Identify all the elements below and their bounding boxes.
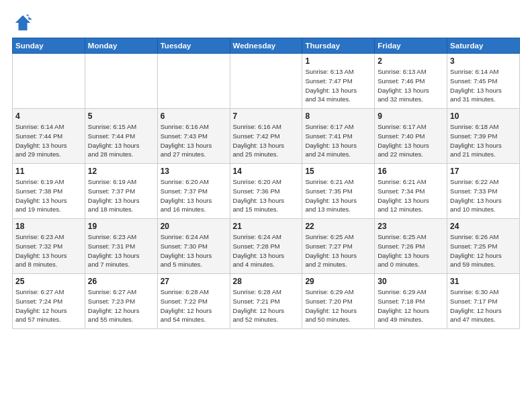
weekday-header: Sunday	[13, 38, 85, 54]
day-info: Sunrise: 6:28 AMSunset: 7:22 PMDaylight:…	[161, 287, 227, 324]
day-number: 28	[233, 277, 300, 286]
calendar-day-cell: 5Sunrise: 6:15 AMSunset: 7:44 PMDaylight…	[85, 109, 157, 164]
day-number: 18	[15, 222, 82, 231]
day-info: Sunrise: 6:14 AMSunset: 7:45 PMDaylight:…	[450, 67, 517, 104]
calendar-week-row: 25Sunrise: 6:27 AMSunset: 7:24 PMDayligh…	[13, 274, 520, 329]
weekday-header: Tuesday	[157, 38, 230, 54]
day-number: 9	[378, 111, 444, 121]
day-number: 26	[88, 277, 154, 286]
day-info: Sunrise: 6:13 AMSunset: 7:46 PMDaylight:…	[378, 67, 444, 104]
day-number: 4	[15, 111, 82, 121]
day-info: Sunrise: 6:21 AMSunset: 7:34 PMDaylight:…	[378, 177, 444, 214]
day-info: Sunrise: 6:28 AMSunset: 7:21 PMDaylight:…	[233, 287, 300, 324]
day-number: 27	[161, 277, 227, 286]
day-number: 19	[88, 222, 154, 231]
day-info: Sunrise: 6:19 AMSunset: 7:37 PMDaylight:…	[88, 177, 154, 214]
day-info: Sunrise: 6:24 AMSunset: 7:30 PMDaylight:…	[161, 232, 227, 269]
day-number: 5	[88, 111, 154, 121]
day-info: Sunrise: 6:18 AMSunset: 7:39 PMDaylight:…	[450, 122, 517, 159]
day-number: 20	[161, 222, 227, 231]
calendar-day-cell: 3Sunrise: 6:14 AMSunset: 7:45 PMDaylight…	[447, 54, 520, 109]
day-info: Sunrise: 6:29 AMSunset: 7:18 PMDaylight:…	[378, 287, 444, 324]
calendar-day-cell: 2Sunrise: 6:13 AMSunset: 7:46 PMDaylight…	[375, 54, 447, 109]
day-info: Sunrise: 6:30 AMSunset: 7:17 PMDaylight:…	[450, 287, 517, 324]
day-number: 13	[161, 167, 227, 176]
calendar-day-cell: 15Sunrise: 6:21 AMSunset: 7:35 PMDayligh…	[302, 164, 375, 219]
svg-marker-0	[15, 15, 30, 30]
day-number: 7	[233, 111, 300, 121]
calendar-day-cell: 9Sunrise: 6:17 AMSunset: 7:40 PMDaylight…	[375, 109, 447, 164]
day-number: 16	[378, 167, 444, 176]
day-info: Sunrise: 6:19 AMSunset: 7:38 PMDaylight:…	[15, 177, 82, 214]
day-info: Sunrise: 6:16 AMSunset: 7:43 PMDaylight:…	[161, 122, 227, 159]
calendar-week-row: 11Sunrise: 6:19 AMSunset: 7:38 PMDayligh…	[13, 164, 520, 219]
day-info: Sunrise: 6:22 AMSunset: 7:33 PMDaylight:…	[450, 177, 517, 214]
day-number: 15	[305, 167, 371, 176]
weekday-header: Thursday	[302, 38, 375, 54]
calendar-day-cell: 19Sunrise: 6:23 AMSunset: 7:31 PMDayligh…	[85, 219, 157, 274]
day-number: 11	[15, 167, 82, 176]
calendar-day-cell	[85, 54, 157, 109]
day-number: 14	[233, 167, 300, 176]
day-info: Sunrise: 6:20 AMSunset: 7:36 PMDaylight:…	[233, 177, 300, 214]
calendar-day-cell: 22Sunrise: 6:25 AMSunset: 7:27 PMDayligh…	[302, 219, 375, 274]
weekday-header: Monday	[85, 38, 157, 54]
day-number: 17	[450, 167, 517, 176]
day-info: Sunrise: 6:17 AMSunset: 7:41 PMDaylight:…	[305, 122, 371, 159]
day-info: Sunrise: 6:15 AMSunset: 7:44 PMDaylight:…	[88, 122, 154, 159]
day-number: 23	[378, 222, 444, 231]
calendar-day-cell: 6Sunrise: 6:16 AMSunset: 7:43 PMDaylight…	[157, 109, 230, 164]
day-info: Sunrise: 6:17 AMSunset: 7:40 PMDaylight:…	[378, 122, 444, 159]
day-number: 2	[378, 56, 444, 66]
day-info: Sunrise: 6:25 AMSunset: 7:27 PMDaylight:…	[305, 232, 371, 269]
day-number: 6	[161, 111, 227, 121]
calendar-table: SundayMondayTuesdayWednesdayThursdayFrid…	[12, 38, 520, 329]
day-info: Sunrise: 6:23 AMSunset: 7:31 PMDaylight:…	[88, 232, 154, 269]
calendar-week-row: 18Sunrise: 6:23 AMSunset: 7:32 PMDayligh…	[13, 219, 520, 274]
calendar-day-cell: 28Sunrise: 6:28 AMSunset: 7:21 PMDayligh…	[230, 274, 302, 329]
calendar-day-cell: 31Sunrise: 6:30 AMSunset: 7:17 PMDayligh…	[447, 274, 520, 329]
calendar-header: SundayMondayTuesdayWednesdayThursdayFrid…	[13, 38, 520, 54]
day-info: Sunrise: 6:24 AMSunset: 7:28 PMDaylight:…	[233, 232, 300, 269]
weekday-header: Saturday	[447, 38, 520, 54]
day-info: Sunrise: 6:29 AMSunset: 7:20 PMDaylight:…	[305, 287, 371, 324]
day-info: Sunrise: 6:27 AMSunset: 7:23 PMDaylight:…	[88, 287, 154, 324]
day-info: Sunrise: 6:23 AMSunset: 7:32 PMDaylight:…	[15, 232, 82, 269]
calendar-day-cell: 10Sunrise: 6:18 AMSunset: 7:39 PMDayligh…	[447, 109, 520, 164]
day-info: Sunrise: 6:13 AMSunset: 7:47 PMDaylight:…	[305, 67, 371, 104]
calendar-day-cell: 23Sunrise: 6:25 AMSunset: 7:26 PMDayligh…	[375, 219, 447, 274]
calendar-day-cell: 25Sunrise: 6:27 AMSunset: 7:24 PMDayligh…	[13, 274, 85, 329]
calendar-day-cell: 7Sunrise: 6:16 AMSunset: 7:42 PMDaylight…	[230, 109, 302, 164]
calendar-day-cell: 8Sunrise: 6:17 AMSunset: 7:41 PMDaylight…	[302, 109, 375, 164]
calendar-day-cell: 14Sunrise: 6:20 AMSunset: 7:36 PMDayligh…	[230, 164, 302, 219]
calendar-day-cell: 24Sunrise: 6:26 AMSunset: 7:25 PMDayligh…	[447, 219, 520, 274]
calendar-day-cell: 26Sunrise: 6:27 AMSunset: 7:23 PMDayligh…	[85, 274, 157, 329]
calendar-day-cell: 27Sunrise: 6:28 AMSunset: 7:22 PMDayligh…	[157, 274, 230, 329]
day-number: 22	[305, 222, 371, 231]
header	[12, 11, 520, 32]
calendar-day-cell: 18Sunrise: 6:23 AMSunset: 7:32 PMDayligh…	[13, 219, 85, 274]
calendar-day-cell: 11Sunrise: 6:19 AMSunset: 7:38 PMDayligh…	[13, 164, 85, 219]
weekday-row: SundayMondayTuesdayWednesdayThursdayFrid…	[13, 38, 520, 54]
calendar-day-cell: 13Sunrise: 6:20 AMSunset: 7:37 PMDayligh…	[157, 164, 230, 219]
calendar-day-cell: 16Sunrise: 6:21 AMSunset: 7:34 PMDayligh…	[375, 164, 447, 219]
calendar-day-cell: 21Sunrise: 6:24 AMSunset: 7:28 PMDayligh…	[230, 219, 302, 274]
weekday-header: Friday	[375, 38, 447, 54]
logo-icon	[13, 13, 32, 32]
day-info: Sunrise: 6:16 AMSunset: 7:42 PMDaylight:…	[233, 122, 300, 159]
weekday-header: Wednesday	[230, 38, 302, 54]
calendar-body: 1Sunrise: 6:13 AMSunset: 7:47 PMDaylight…	[13, 54, 520, 329]
calendar-day-cell: 29Sunrise: 6:29 AMSunset: 7:20 PMDayligh…	[302, 274, 375, 329]
day-number: 31	[450, 277, 517, 286]
calendar-day-cell	[157, 54, 230, 109]
day-number: 29	[305, 277, 371, 286]
svg-marker-1	[26, 15, 32, 19]
day-number: 1	[305, 56, 371, 66]
calendar-day-cell: 12Sunrise: 6:19 AMSunset: 7:37 PMDayligh…	[85, 164, 157, 219]
day-number: 21	[233, 222, 300, 231]
day-info: Sunrise: 6:26 AMSunset: 7:25 PMDaylight:…	[450, 232, 517, 269]
day-info: Sunrise: 6:25 AMSunset: 7:26 PMDaylight:…	[378, 232, 444, 269]
day-number: 25	[15, 277, 82, 286]
day-number: 10	[450, 111, 517, 121]
calendar-week-row: 1Sunrise: 6:13 AMSunset: 7:47 PMDaylight…	[13, 54, 520, 109]
